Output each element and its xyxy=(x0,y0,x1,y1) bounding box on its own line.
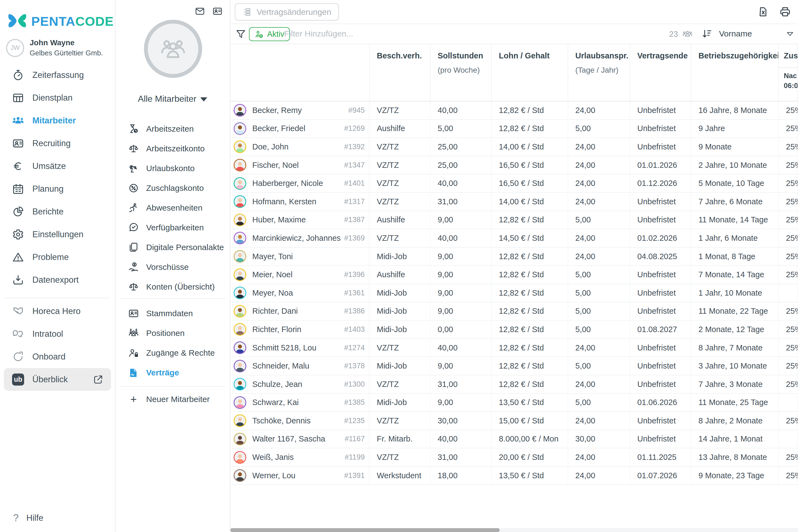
employment-type-cell: VZ/TZ xyxy=(370,101,431,119)
employee-row[interactable]: Becker, Friedel#1269Aushilfe5,0012,82 € … xyxy=(230,120,798,138)
filter-funnel-icon[interactable] xyxy=(235,28,246,39)
employee-row[interactable]: Marcinkiewicz, Johannes#1369VZ/TZ40,0014… xyxy=(230,229,798,248)
employee-name: Schulze, Jean xyxy=(252,380,302,389)
new-employee-button[interactable]: + Neuer Mitarbeiter xyxy=(115,390,230,409)
contract-end-cell: Unbefristet xyxy=(630,412,691,430)
employee-name: Tschöke, Dennis xyxy=(252,416,311,425)
employee-row[interactable]: Meyer, Noa#1361Midi-Job9,0012,82 € / Std… xyxy=(230,284,798,302)
sidebar-item-umsätze[interactable]: Umsätze xyxy=(0,155,115,177)
menu-item-digitale-personalakte[interactable]: Digitale Personalakte xyxy=(115,238,230,257)
sidebar-item-überblick[interactable]: ubÜberblick xyxy=(4,368,111,391)
employee-name: Haberberger, Nicole xyxy=(252,179,323,188)
menu-item-stammdaten[interactable]: Stammdaten xyxy=(115,304,230,323)
employee-row[interactable]: Richter, Dani#1386Midi-Job9,0012,82 € / … xyxy=(230,302,798,321)
sidebar-item-probleme[interactable]: Probleme xyxy=(0,246,115,268)
surcharge-cell: 25% xyxy=(779,174,798,192)
column-header-zuschlaege[interactable]: Zus Nac 06:0 xyxy=(779,44,798,101)
horizontal-scrollbar[interactable] xyxy=(230,528,798,532)
employee-id: #1385 xyxy=(344,398,365,407)
plus-icon: + xyxy=(128,393,139,405)
column-header-lohn[interactable]: Lohn / Gehalt xyxy=(492,44,568,101)
menu-item-verfügbarkeiten[interactable]: Verfügbarkeiten xyxy=(115,218,230,238)
sidebar-item-horeca-hero[interactable]: Horeca Hero xyxy=(0,300,115,322)
column-header-betriebszugehoerigkeit[interactable]: Betriebszugehörigkeit xyxy=(691,44,779,101)
menu-item-zuschlagskonto[interactable]: Zuschlagskonto xyxy=(115,178,230,198)
sort-field-label[interactable]: Vorname xyxy=(719,29,752,38)
excel-export-icon[interactable] xyxy=(757,6,769,18)
menu-item-zugänge-rechte[interactable]: Zugänge & Rechte xyxy=(115,343,230,363)
contact-card-icon[interactable] xyxy=(212,6,223,16)
menu-item-verträge[interactable]: Verträge xyxy=(115,363,230,383)
help-button[interactable]: ? Hilfe xyxy=(13,512,43,524)
column-header-vertragsende[interactable]: Vertragsende xyxy=(630,44,691,101)
employee-cell: Huber, Maxime#1387 xyxy=(230,211,370,229)
sidebar-item-planung[interactable]: Planung xyxy=(0,177,115,200)
pentacode-logo[interactable]: PENTACODE xyxy=(7,12,114,31)
surcharge-cell: 25% xyxy=(779,101,798,119)
menu-item-abwesenheiten[interactable]: Abwesenheiten xyxy=(115,198,230,218)
item-label: Konten (Übersicht) xyxy=(146,282,215,291)
target-hours-cell: 40,00 xyxy=(431,101,492,119)
employee-row[interactable]: Schulze, Jean#1300VZ/TZ31,0012,82 € / St… xyxy=(230,375,798,394)
employee-row[interactable]: Schmitt 5218, Lou#1274VZ/TZ40,0012,82 € … xyxy=(230,339,798,357)
item-label: Verträge xyxy=(146,368,179,377)
print-icon[interactable] xyxy=(779,6,791,18)
tenure-cell: 9 Monate xyxy=(691,138,779,156)
employee-row[interactable]: Walter 1167, Sascha#1167Fr. Mitarb.40,00… xyxy=(230,430,798,449)
employee-name: Hofmann, Kersten xyxy=(252,197,317,206)
menu-item-urlaubskonto[interactable]: Urlaubskonto xyxy=(115,158,230,178)
sidebar-item-zeiterfassung[interactable]: Zeiterfassung xyxy=(0,64,115,87)
sort-descending-icon[interactable] xyxy=(701,28,712,39)
employment-type-cell: Aushilfe xyxy=(370,120,431,138)
user-account[interactable]: JW John Wayne Gelbes Gürteltier Gmb... xyxy=(6,38,104,57)
menu-item-vorschüsse[interactable]: Vorschüsse xyxy=(115,257,230,277)
sort-dropdown-icon[interactable] xyxy=(786,31,794,37)
surcharge-cell: 25% xyxy=(779,266,798,284)
employee-cell: Fischer, Noel#1347 xyxy=(230,156,370,174)
contract-end-cell: 01.01.2026 xyxy=(630,156,691,174)
contract-changes-button[interactable]: Vertragsänderungen xyxy=(235,3,339,21)
employee-row[interactable]: Schwarz, Kai#1385Midi-Job9,0013,50 € / S… xyxy=(230,394,798,412)
employee-row[interactable]: Richter, Florin#1403Midi-Job0,0012,82 € … xyxy=(230,321,798,339)
wage-cell: 12,82 € / Std xyxy=(492,266,568,284)
active-filter-chip[interactable]: Aktiv xyxy=(249,27,290,41)
column-header-beschverh[interactable]: Besch.verh. xyxy=(370,44,431,101)
menu-item-konten-übersicht[interactable]: Konten (Übersicht) xyxy=(115,277,230,297)
menu-item-arbeitszeitkonto[interactable]: Arbeitszeitkonto xyxy=(115,139,230,158)
employee-row[interactable]: Meier, Noel#1396Aushilfe9,0012,82 € / St… xyxy=(230,266,798,284)
employee-row[interactable]: Huber, Maxime#1387Aushilfe9,0012,82 € / … xyxy=(230,211,798,230)
filter-input[interactable]: Filter Hinzufügen... xyxy=(284,29,449,38)
column-header-sollstunden[interactable]: Sollstunden (pro Woche) xyxy=(431,44,492,101)
employee-row[interactable]: Becker, Remy#945VZ/TZ40,0012,82 € / Std2… xyxy=(230,101,798,120)
column-header-urlaub[interactable]: Urlaubsanspr. (Tage / Jahr) xyxy=(568,44,630,101)
palm-icon xyxy=(128,163,139,174)
employee-row[interactable]: Weiß, Janis#1199VZ/TZ31,0020,00 € / Std2… xyxy=(230,448,798,467)
mail-icon[interactable] xyxy=(195,6,205,16)
employee-row[interactable]: Schneider, Malu#1378Midi-Job9,0012,82 € … xyxy=(230,357,798,375)
employment-type-cell: VZ/TZ xyxy=(370,138,431,156)
menu-item-positionen[interactable]: Positionen xyxy=(115,323,230,343)
employee-row[interactable]: Haberberger, Nicole#1401VZ/TZ40,0016,50 … xyxy=(230,174,798,193)
sidebar-item-mitarbeiter[interactable]: Mitarbeiter xyxy=(0,109,115,132)
external-link-icon[interactable] xyxy=(92,374,104,385)
employee-row[interactable]: Doe, John#1392VZ/TZ25,0014,00 € / Std24,… xyxy=(230,138,798,156)
sidebar-item-datenexport[interactable]: Datenexport xyxy=(0,268,115,291)
employee-row[interactable]: Fischer, Noel#1347VZ/TZ25,0016,50 € / St… xyxy=(230,156,798,175)
employee-selector[interactable]: Alle Mitarbeiter xyxy=(115,94,230,104)
sidebar-item-berichte[interactable]: Berichte xyxy=(0,200,115,223)
employee-row[interactable]: Mayer, ToniMidi-Job9,0012,82 € / Std24,0… xyxy=(230,248,798,266)
sidebar-item-recruiting[interactable]: Recruiting xyxy=(0,132,115,155)
vacation-cell: 5,00 xyxy=(568,120,630,138)
sidebar-item-onboard[interactable]: Onboard xyxy=(0,345,115,368)
item-label: Arbeitszeitkonto xyxy=(146,144,205,153)
sidebar-item-dienstplan[interactable]: Dienstplan xyxy=(0,87,115,109)
employee-row[interactable]: Werner, Lou#1391Werkstudent18,0013,50 € … xyxy=(230,467,798,485)
sidebar-item-intratool[interactable]: Intratool xyxy=(0,322,115,345)
sidebar-item-einstellungen[interactable]: Einstellungen xyxy=(0,223,115,246)
employee-row[interactable]: Tschöke, Dennis#1235VZ/TZ30,0015,00 € / … xyxy=(230,412,798,430)
menu-item-arbeitszeiten[interactable]: Arbeitszeiten xyxy=(115,119,230,139)
surcharge-cell: 25% xyxy=(779,248,798,265)
target-hours-cell: 40,00 xyxy=(431,174,492,192)
scrollbar-thumb[interactable] xyxy=(230,528,500,532)
employee-row[interactable]: Hofmann, Kersten#1317VZ/TZ31,0014,00 € /… xyxy=(230,193,798,211)
